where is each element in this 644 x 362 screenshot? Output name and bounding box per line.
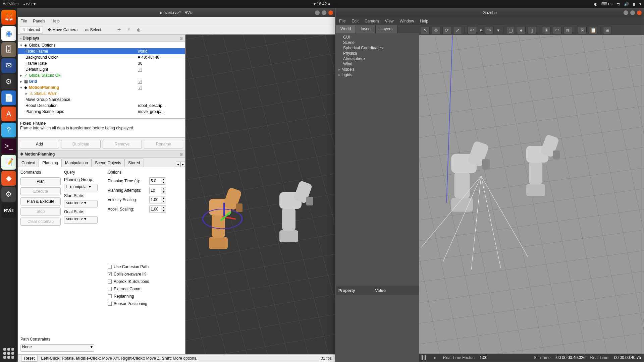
gz-box-tool[interactable]: ▢ bbox=[506, 26, 515, 34]
tree-frame-rate[interactable]: Frame Rate30 bbox=[18, 60, 185, 66]
sensor-positioning-checkbox[interactable] bbox=[108, 302, 112, 306]
add-button[interactable]: Add bbox=[20, 140, 59, 148]
approx-ik-checkbox[interactable] bbox=[108, 280, 112, 284]
panel-close-icon[interactable]: ⊠ bbox=[179, 36, 183, 41]
planning-attempts-input[interactable]: ▴▾ bbox=[149, 187, 166, 194]
gz-robot-left[interactable] bbox=[440, 127, 482, 212]
tab-planning[interactable]: Planning bbox=[39, 159, 62, 167]
tree-physics[interactable]: Physics bbox=[338, 51, 416, 56]
show-applications[interactable] bbox=[1, 346, 16, 361]
minimize-icon[interactable] bbox=[624, 10, 628, 15]
gz-cylinder-tool[interactable]: ▯ bbox=[528, 26, 536, 34]
goal-state-select[interactable]: <current> ▾ bbox=[64, 216, 98, 224]
gz-menu-help[interactable]: Help bbox=[420, 19, 428, 23]
menu-panels[interactable]: Panels bbox=[33, 19, 45, 23]
tree-move-group-ns[interactable]: Move Group Namespace bbox=[18, 97, 185, 103]
gz-select-tool[interactable]: ↖ bbox=[421, 26, 430, 34]
cartesian-checkbox[interactable] bbox=[108, 265, 112, 269]
dock-app[interactable]: ⚙ bbox=[1, 74, 16, 89]
dock-app2[interactable]: ◆ bbox=[1, 171, 16, 186]
tree-models[interactable]: Models bbox=[338, 67, 416, 72]
dock-terminal[interactable]: >_ bbox=[1, 139, 16, 154]
tree-fixed-frame[interactable]: Fixed Frameworld bbox=[18, 48, 185, 54]
rviz-3d-view[interactable] bbox=[185, 35, 335, 354]
tree-lights[interactable]: Lights bbox=[338, 72, 416, 77]
rviz-titlebar[interactable]: moveit.rviz* - RViz bbox=[18, 8, 335, 17]
menu-file[interactable]: File bbox=[20, 19, 27, 23]
select-button[interactable]: ▭Select bbox=[82, 26, 104, 33]
reset-button[interactable]: Reset bbox=[21, 355, 38, 362]
tree-wind[interactable]: Wind bbox=[338, 61, 416, 67]
displays-header[interactable]: ▫ Displays ⊠ bbox=[18, 35, 185, 42]
gz-tab-world[interactable]: World bbox=[336, 25, 356, 33]
accessibility-icon[interactable]: ◐ bbox=[594, 2, 597, 6]
measure-button[interactable]: ⟟ bbox=[125, 26, 132, 33]
displays-tree[interactable]: ▾◈Global Options Fixed Frameworld Backgr… bbox=[18, 42, 185, 118]
gz-dirlight-tool[interactable]: ≋ bbox=[564, 26, 572, 34]
gazebo-3d-view[interactable] bbox=[419, 35, 644, 354]
gz-menu-view[interactable]: View bbox=[385, 19, 394, 23]
pause-button[interactable]: ▍▍ bbox=[422, 355, 428, 361]
dock-thunderbird[interactable]: ✉ bbox=[1, 58, 16, 73]
tree-default-light[interactable]: Default Light✓ bbox=[18, 66, 185, 72]
move-camera-button[interactable]: ✥Move Camera bbox=[45, 26, 80, 33]
planning-group-select[interactable]: L_manipulat ▾ bbox=[64, 184, 98, 191]
tab-scene-objects[interactable]: Scene Objects bbox=[91, 159, 125, 167]
tree-spherical[interactable]: Spherical Coordinates bbox=[338, 45, 416, 51]
close-icon[interactable] bbox=[328, 10, 333, 15]
tree-planning-scene-topic[interactable]: Planning Scene Topicmove_group/... bbox=[18, 109, 185, 115]
tree-bg-color[interactable]: Background Color■ 48; 48; 48 bbox=[18, 54, 185, 60]
2d-nav-button[interactable]: ◎ bbox=[134, 26, 143, 33]
tree-gui[interactable]: GUI bbox=[338, 35, 416, 40]
gz-undo-menu[interactable]: ▾ bbox=[478, 26, 483, 34]
gz-redo-menu[interactable]: ▾ bbox=[496, 26, 500, 34]
tree-grid[interactable]: ▸▦Grid✓ bbox=[18, 78, 185, 84]
maximize-icon[interactable] bbox=[322, 10, 326, 15]
dock-rviz[interactable]: RViz bbox=[1, 203, 16, 218]
activities-button[interactable]: Activities bbox=[3, 2, 18, 6]
app-menu[interactable]: ⬥ rviz ▾ bbox=[23, 2, 36, 6]
keyboard-layout[interactable]: ⌨ us bbox=[601, 2, 612, 6]
gz-snap[interactable]: ⊞ bbox=[603, 26, 612, 34]
gazebo-world-tree[interactable]: GUI Scene Spherical Coordinates Physics … bbox=[336, 33, 419, 286]
close-icon[interactable] bbox=[637, 10, 642, 15]
system-menu-arrow[interactable]: ▾ bbox=[639, 2, 641, 6]
motionplanning-header[interactable]: ✥ MotionPlanning ⊠ bbox=[18, 150, 185, 158]
accel-scaling-input[interactable]: ▴▾ bbox=[149, 205, 166, 213]
minimize-icon[interactable] bbox=[315, 10, 320, 15]
gz-menu-window[interactable]: Window bbox=[400, 19, 414, 23]
gz-redo[interactable]: ↷ bbox=[485, 26, 494, 34]
tab-manipulation[interactable]: Manipulation bbox=[61, 159, 92, 167]
tree-motionplanning[interactable]: ▾◆MotionPlanning✓ bbox=[18, 84, 185, 90]
gz-menu-edit[interactable]: Edit bbox=[352, 19, 359, 23]
tree-scene[interactable]: Scene bbox=[338, 40, 416, 45]
dock-texteditor[interactable]: 📝 bbox=[1, 155, 16, 170]
gz-tab-insert[interactable]: Insert bbox=[356, 25, 376, 33]
tab-stored[interactable]: Stored bbox=[124, 159, 144, 167]
gz-menu-camera[interactable]: Camera bbox=[365, 19, 379, 23]
start-state-select[interactable]: <current> ▾ bbox=[64, 200, 98, 207]
gz-translate-tool[interactable]: ✥ bbox=[432, 26, 440, 34]
dock-firefox[interactable]: 🦊 bbox=[1, 10, 16, 25]
gz-robot-right[interactable] bbox=[516, 122, 553, 196]
z-axis-arrow[interactable] bbox=[223, 203, 225, 216]
dock-software[interactable]: A bbox=[1, 107, 16, 121]
gz-pointlight-tool[interactable]: ☀ bbox=[542, 26, 551, 34]
menu-help[interactable]: Help bbox=[51, 19, 60, 23]
network-icon[interactable]: ⇆ bbox=[616, 2, 620, 6]
dock-help[interactable]: ? bbox=[1, 123, 16, 137]
gz-sphere-tool[interactable]: ● bbox=[517, 26, 526, 34]
tab-scroll-left-icon[interactable]: ◂ bbox=[176, 162, 180, 167]
planning-time-input[interactable]: ▴▾ bbox=[149, 177, 166, 185]
dock-files[interactable]: 🗄 bbox=[1, 42, 16, 57]
interact-button[interactable]: ☟Interact bbox=[20, 26, 43, 34]
battery-icon[interactable]: ▮ bbox=[633, 2, 635, 6]
step-button[interactable]: ▸ bbox=[432, 355, 438, 361]
focus-button[interactable]: ✛ bbox=[115, 26, 123, 33]
tree-robot-desc[interactable]: Robot Descriptionrobot_descrip... bbox=[18, 103, 185, 109]
tab-scroll-right-icon[interactable]: ▸ bbox=[180, 162, 185, 167]
gz-menu-file[interactable]: File bbox=[339, 19, 345, 23]
velocity-scaling-input[interactable]: ▴▾ bbox=[149, 196, 166, 203]
collision-ik-checkbox[interactable]: ✓ bbox=[108, 272, 112, 276]
gz-scale-tool[interactable]: ⤢ bbox=[453, 26, 462, 34]
